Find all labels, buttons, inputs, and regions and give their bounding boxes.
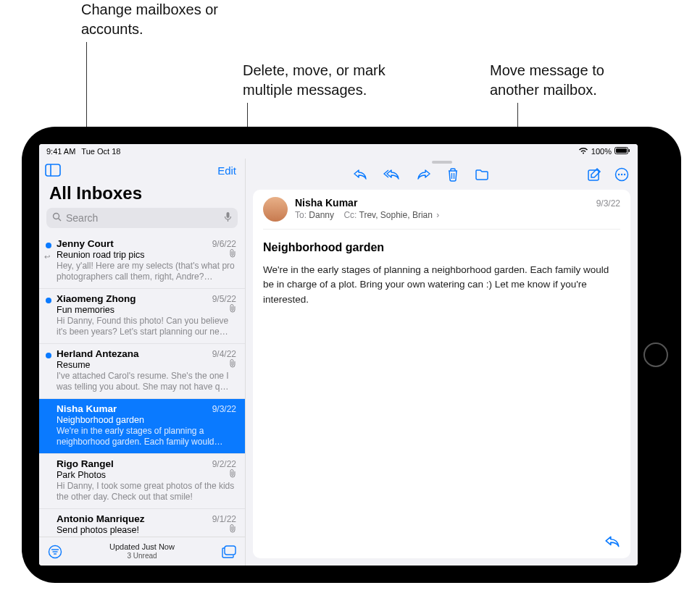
attachment-icon xyxy=(229,469,236,479)
ipad-frame: 9:41 AM Tue Oct 18 100% Ed xyxy=(22,127,681,583)
search-icon xyxy=(52,212,62,224)
row-preview: We're in the early stages of planning a … xyxy=(57,426,236,447)
reader-toolbar xyxy=(246,164,638,185)
row-subject: Reunion road trip pics xyxy=(57,250,145,260)
svg-point-20 xyxy=(624,174,625,175)
row-sender: Antonio Manriquez xyxy=(57,513,145,524)
row-subject: Send photos please! xyxy=(57,525,139,535)
battery-percent: 100% xyxy=(591,147,612,156)
to-value: Danny xyxy=(309,210,334,220)
message-card: Nisha Kumar 9/3/22 To: Danny Cc: Trev, S… xyxy=(253,190,630,558)
search-input[interactable]: Search xyxy=(46,208,238,228)
attachment-icon xyxy=(229,359,236,369)
reply-icon[interactable] xyxy=(353,169,367,180)
chevron-right-icon: › xyxy=(436,210,439,220)
row-sender: Nisha Kumar xyxy=(57,403,117,414)
mailboxes-button[interactable] xyxy=(45,164,61,177)
dictate-icon[interactable] xyxy=(224,211,232,224)
to-label: To: xyxy=(295,210,307,220)
quick-reply-icon[interactable] xyxy=(604,535,620,551)
row-date: 9/1/22 xyxy=(212,514,236,524)
svg-point-18 xyxy=(618,174,620,175)
attachment-icon xyxy=(229,304,236,314)
svg-rect-13 xyxy=(225,546,236,555)
message-row[interactable]: Herland Antezana9/4/22ResumeI've attache… xyxy=(39,344,245,399)
row-date: 9/6/22 xyxy=(212,239,236,249)
message-row[interactable]: ↩Jenny Court9/6/22Reunion road trip pics… xyxy=(39,234,245,289)
row-date: 9/2/22 xyxy=(212,459,236,469)
row-preview: I've attached Carol's resume. She's the … xyxy=(57,371,236,392)
filter-button[interactable] xyxy=(48,545,62,559)
sidebar-title: All Inboxes xyxy=(39,182,245,208)
move-folder-icon[interactable] xyxy=(475,169,489,180)
message-row[interactable]: Nisha Kumar9/3/22Neighborhood gardenWe'r… xyxy=(39,399,245,454)
wifi-icon xyxy=(578,147,588,156)
status-time: 9:41 AM xyxy=(46,147,75,156)
avatar xyxy=(263,197,288,222)
reply-all-icon[interactable] xyxy=(383,169,401,180)
row-subject: Resume xyxy=(57,360,91,370)
message-row[interactable]: Rigo Rangel9/2/22Park PhotosHi Danny, I … xyxy=(39,454,245,509)
message-row[interactable]: Xiaomeng Zhong9/5/22Fun memoriesHi Danny… xyxy=(39,289,245,344)
row-sender: Jenny Court xyxy=(57,238,114,249)
row-subject: Fun memories xyxy=(57,305,114,315)
svg-line-6 xyxy=(59,219,62,222)
replied-icon: ↩ xyxy=(44,253,50,261)
svg-rect-2 xyxy=(629,149,630,152)
cc-label: Cc: xyxy=(343,210,357,220)
svg-rect-7 xyxy=(227,212,230,218)
forward-icon[interactable] xyxy=(417,169,431,180)
svg-point-5 xyxy=(54,214,59,219)
mail-app: Edit All Inboxes Search ↩Jenny Court9/6/… xyxy=(39,159,638,566)
row-date: 9/3/22 xyxy=(212,404,236,414)
attachment-icon xyxy=(229,249,236,259)
reader-subject: Neighborhood garden xyxy=(263,241,620,254)
row-preview: Hey, y'all! Here are my selects (that's … xyxy=(57,261,236,282)
callout-move: Move message to another mailbox. xyxy=(490,61,657,100)
screen: 9:41 AM Tue Oct 18 100% Ed xyxy=(39,144,638,566)
trash-icon[interactable] xyxy=(447,167,459,182)
callout-edit: Delete, move, or mark multiple messages. xyxy=(243,61,417,100)
edit-button[interactable]: Edit xyxy=(217,164,236,177)
row-subject: Park Photos xyxy=(57,470,106,480)
more-icon[interactable] xyxy=(614,167,629,182)
message-row[interactable]: Antonio Manriquez9/1/22Send photos pleas… xyxy=(39,509,245,537)
home-button[interactable] xyxy=(643,342,668,367)
row-subject: Neighborhood garden xyxy=(57,415,144,425)
search-placeholder: Search xyxy=(66,212,98,224)
svg-rect-1 xyxy=(616,148,627,153)
status-date: Tue Oct 18 xyxy=(81,147,120,156)
battery-icon xyxy=(614,147,630,156)
reader-pane: Nisha Kumar 9/3/22 To: Danny Cc: Trev, S… xyxy=(246,159,638,566)
row-sender: Rigo Rangel xyxy=(57,458,114,469)
reader-date: 9/3/22 xyxy=(596,198,620,209)
row-sender: Herland Antezana xyxy=(57,348,139,359)
row-preview: Hi Danny, Remember that awesome trip we … xyxy=(57,536,236,537)
unread-dot-icon xyxy=(46,298,51,303)
message-header[interactable]: Nisha Kumar 9/3/22 To: Danny Cc: Trev, S… xyxy=(263,197,620,230)
reader-body: We're in the early stages of planning a … xyxy=(263,263,620,307)
attachment-icon xyxy=(229,524,236,534)
status-bar: 9:41 AM Tue Oct 18 100% xyxy=(39,144,638,159)
footer-unread: 3 Unread xyxy=(109,552,175,560)
unread-dot-icon xyxy=(46,353,51,358)
row-preview: Hi Danny, I took some great photos of th… xyxy=(57,481,236,503)
row-sender: Xiaomeng Zhong xyxy=(57,293,136,304)
svg-rect-3 xyxy=(46,164,60,176)
windows-button[interactable] xyxy=(222,545,236,558)
sidebar-footer: Updated Just Now 3 Unread xyxy=(39,537,245,566)
row-date: 9/5/22 xyxy=(212,294,236,304)
message-list[interactable]: ↩Jenny Court9/6/22Reunion road trip pics… xyxy=(39,234,245,537)
svg-point-19 xyxy=(621,174,622,175)
row-preview: Hi Danny, Found this photo! Can you beli… xyxy=(57,316,236,337)
cc-value: Trev, Sophie, Brian xyxy=(359,210,433,220)
unread-dot-icon xyxy=(46,243,51,248)
row-date: 9/4/22 xyxy=(212,349,236,359)
callout-mailboxes: Change mailboxes or accounts. xyxy=(81,0,248,39)
sidebar: Edit All Inboxes Search ↩Jenny Court9/6/… xyxy=(39,159,246,566)
reader-sender: Nisha Kumar xyxy=(295,197,357,209)
sidebar-toolbar: Edit xyxy=(39,159,245,182)
compose-icon[interactable] xyxy=(587,167,601,182)
footer-updated: Updated Just Now xyxy=(109,542,175,552)
